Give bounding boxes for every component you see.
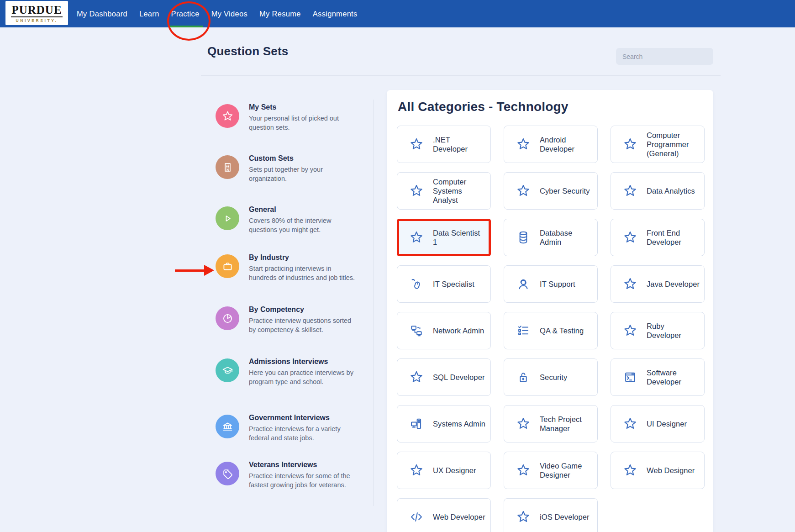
category-card-systems-admin[interactable]: Systems Admin — [397, 405, 491, 442]
category-card-label: Ruby Developer — [647, 321, 704, 340]
nav-item-my-dashboard[interactable]: My Dashboard — [71, 0, 133, 27]
sidebar-item-admissions-interviews[interactable]: Admissions Interviews Here you can pract… — [216, 358, 369, 386]
category-card-front-end-developer[interactable]: Front End Developer — [611, 219, 705, 256]
sidebar-item-veterans-interviews[interactable]: Veterans Interviews Practice interviews … — [216, 461, 369, 490]
sidebar-item-by-industry[interactable]: By Industry Start practicing interviews … — [216, 253, 369, 282]
category-card-web-designer[interactable]: Web Designer — [611, 452, 705, 489]
category-card-label: SQL Developer — [433, 373, 489, 382]
top-navbar: PURDUE UNIVERSITY. My DashboardLearnPrac… — [0, 0, 795, 27]
category-card-label: Java Developer — [647, 279, 703, 289]
category-card-tech-project-manager[interactable]: Tech Project Manager — [504, 405, 598, 442]
purdue-logo[interactable]: PURDUE UNIVERSITY. — [5, 1, 68, 25]
sidebar-item-title: Custom Sets — [249, 154, 356, 163]
category-card-label: Cyber Security — [540, 186, 594, 195]
category-card-qa-testing[interactable]: QA & Testing — [504, 312, 598, 349]
sidebar-item-title: General — [249, 205, 356, 214]
category-card-ui-designer[interactable]: UI Designer — [611, 405, 705, 442]
category-card-label: .NET Developer — [433, 135, 490, 153]
nav-item-label: Learn — [139, 10, 159, 18]
category-card-web-developer[interactable]: Web Developer — [397, 498, 491, 532]
sidebar-item-title: By Industry — [249, 253, 356, 262]
category-card-ruby-developer[interactable]: Ruby Developer — [611, 312, 705, 349]
sidebar-item-by-competency[interactable]: By Competency Practice interview questio… — [216, 306, 369, 334]
star-icon — [623, 323, 637, 338]
category-card-ios-developer[interactable]: iOS Developer — [504, 498, 598, 532]
graduation-cap-icon — [216, 358, 239, 382]
sidebar-item-government-interviews[interactable]: Government Interviews Practice interview… — [216, 414, 369, 442]
category-card-sql-developer[interactable]: SQL Developer — [397, 358, 491, 396]
nav-item-my-videos[interactable]: My Videos — [205, 0, 253, 27]
category-card-label: Data Scientist 1 — [433, 228, 489, 247]
purdue-logo-wordmark: PURDUE — [10, 4, 63, 16]
sidebar-item-description: Practice interview questions sorted by c… — [249, 316, 356, 334]
sidebar-item-my-sets[interactable]: My Sets Your personal list of picked out… — [216, 103, 369, 132]
sidebar-panel-divider — [373, 100, 374, 506]
star-icon — [409, 370, 424, 385]
sidebar-item-general[interactable]: General Covers 80% of the interview ques… — [216, 205, 369, 234]
nav-item-label: My Resume — [259, 10, 301, 18]
category-card-it-support[interactable]: IT Support — [504, 265, 598, 303]
briefcase-icon — [216, 254, 239, 278]
workstation-icon — [409, 416, 424, 431]
nav-item-label: Practice — [171, 10, 200, 18]
star-icon — [409, 230, 424, 245]
purdue-logo-rule — [11, 16, 63, 17]
star-icon — [516, 184, 531, 198]
category-card-label: Data Analytics — [647, 186, 699, 195]
sidebar-item-description: Sets put together by your organization. — [249, 165, 356, 183]
star-icon — [516, 510, 531, 524]
category-card-label: IT Support — [540, 279, 579, 289]
category-card-computer-systems-analyst[interactable]: Computer Systems Analyst — [397, 172, 491, 210]
star-icon — [623, 184, 637, 198]
sidebar-item-description: Covers 80% of the interview questions yo… — [249, 216, 356, 234]
category-card-label: Computer Programmer (General) — [647, 131, 704, 158]
lock-icon — [516, 370, 531, 385]
category-card-label: Systems Admin — [433, 419, 489, 428]
play-icon — [216, 206, 239, 230]
star-icon — [516, 137, 531, 152]
category-card-android-developer[interactable]: Android Developer — [504, 126, 598, 163]
category-card-label: QA & Testing — [540, 326, 587, 335]
nav-item-practice[interactable]: Practice — [165, 0, 205, 27]
category-card-network-admin[interactable]: Network Admin — [397, 312, 491, 349]
sidebar-item-title: My Sets — [249, 103, 356, 111]
category-card-data-analytics[interactable]: Data Analytics — [611, 172, 705, 210]
category-card-security[interactable]: Security — [504, 358, 598, 396]
code-icon — [409, 510, 424, 524]
star-icon — [516, 463, 531, 478]
category-card-database-admin[interactable]: Database Admin — [504, 219, 598, 256]
sidebar-item-description: Your personal list of picked out questio… — [249, 114, 356, 132]
mouse-icon — [409, 277, 424, 291]
annotation-red-arrow — [175, 265, 215, 276]
purdue-logo-subtext: UNIVERSITY. — [10, 19, 63, 23]
sidebar-item-custom-sets[interactable]: Custom Sets Sets put together by your or… — [216, 154, 369, 183]
star-icon — [623, 137, 637, 152]
tag-icon — [216, 462, 239, 485]
category-card-label: Software Developer — [647, 368, 704, 386]
category-card-video-game-designer[interactable]: Video Game Designer — [504, 452, 598, 489]
category-card-net-developer[interactable]: .NET Developer — [397, 126, 491, 163]
sidebar-item-title: Veterans Interviews — [249, 461, 356, 469]
category-card-cyber-security[interactable]: Cyber Security — [504, 172, 598, 210]
category-card-label: Database Admin — [540, 228, 597, 247]
star-icon — [623, 416, 637, 431]
annotation-red-arrow-shaft — [175, 269, 205, 272]
nav-item-learn[interactable]: Learn — [133, 0, 165, 27]
building-icon — [216, 155, 239, 179]
search-input[interactable] — [616, 48, 713, 65]
nav-item-my-resume[interactable]: My Resume — [253, 0, 307, 27]
nav-item-assignments[interactable]: Assignments — [307, 0, 363, 27]
category-card-software-developer[interactable]: Software Developer — [611, 358, 705, 396]
category-card-label: Video Game Designer — [540, 461, 597, 479]
category-card-label: IT Specialist — [433, 279, 478, 289]
category-card-label: Web Designer — [647, 466, 698, 475]
category-card-it-specialist[interactable]: IT Specialist — [397, 265, 491, 303]
category-card-data-scientist-1[interactable]: Data Scientist 1 — [397, 219, 491, 256]
star-icon — [409, 184, 424, 198]
network-icon — [409, 323, 424, 338]
category-card-computer-programmer-general[interactable]: Computer Programmer (General) — [611, 126, 705, 163]
sidebar-item-title: Government Interviews — [249, 414, 356, 422]
nav-item-label: My Videos — [211, 10, 247, 18]
category-card-ux-designer[interactable]: UX Designer — [397, 452, 491, 489]
category-card-java-developer[interactable]: Java Developer — [611, 265, 705, 303]
